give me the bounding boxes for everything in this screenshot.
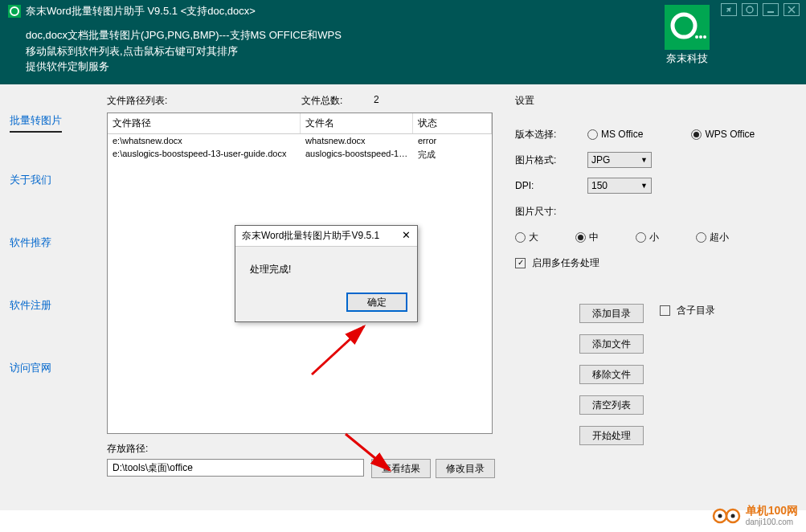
svg-point-13 <box>730 514 734 518</box>
column-name[interactable]: 文件名 <box>301 113 413 133</box>
cell-name: whatsnew.docx <box>301 134 413 147</box>
settings-title: 设置 <box>515 94 790 108</box>
dialog-message: 处理完成! <box>235 247 417 286</box>
svg-point-4 <box>673 14 695 37</box>
file-count-label: 文件总数: <box>301 94 374 108</box>
start-button[interactable]: 开始处理 <box>579 426 644 445</box>
column-path[interactable]: 文件路径 <box>108 113 301 133</box>
svg-point-5 <box>695 35 698 39</box>
completion-dialog: 奈末Word批量转图片助手V9.5.1 ✕ 处理完成! 确定 <box>235 225 418 322</box>
checkbox-multitask[interactable]: ✓启用多任务处理 <box>515 256 599 270</box>
version-label: 版本选择: <box>515 128 587 141</box>
pin-button[interactable] <box>721 3 737 16</box>
sidebar: 批量转图片 关于我们 软件推荐 软件注册 访问官网 <box>0 84 92 510</box>
radio-size-xsmall[interactable]: 超小 <box>696 231 729 244</box>
footer-watermark: 单机100网 danji100.com <box>712 504 798 527</box>
cell-path: e:\auslogics-boostspeed-13-user-guide.do… <box>108 147 301 162</box>
clear-list-button[interactable]: 清空列表 <box>579 395 644 415</box>
chevron-down-icon: ▼ <box>640 156 648 164</box>
sidebar-item-recommend[interactable]: 软件推荐 <box>0 231 92 255</box>
svg-point-6 <box>699 35 702 39</box>
radio-ms-office[interactable]: MS Office <box>587 129 643 140</box>
column-status[interactable]: 状态 <box>413 113 492 133</box>
svg-point-2 <box>747 6 753 13</box>
brand: 奈末科技 <box>665 5 710 66</box>
titlebar: 奈末Word批量转图片助手 V9.5.1 <支持doc,docx> doc,do… <box>0 0 806 84</box>
dpi-label: DPI: <box>515 180 587 191</box>
footer-brand-url: danji100.com <box>746 518 798 527</box>
table-row[interactable]: e:\whatsnew.docx whatsnew.docx error <box>108 134 492 147</box>
footer-logo-icon <box>712 507 741 525</box>
sidebar-item-register[interactable]: 软件注册 <box>0 293 92 317</box>
cell-path: e:\whatsnew.docx <box>108 134 301 147</box>
dpi-select[interactable]: 150▼ <box>587 178 652 194</box>
minimize-button[interactable] <box>763 3 779 16</box>
sidebar-item-website[interactable]: 访问官网 <box>0 356 92 380</box>
file-list-label: 文件路径列表: <box>107 94 301 108</box>
change-dir-button[interactable]: 修改目录 <box>436 459 495 478</box>
radio-wps-office[interactable]: WPS Office <box>691 129 755 140</box>
window-controls <box>721 3 800 16</box>
checkbox-subdir[interactable]: 含子目录 <box>660 304 715 317</box>
svg-point-7 <box>703 35 706 39</box>
add-dir-button[interactable]: 添加目录 <box>579 304 644 323</box>
cell-status: 完成 <box>413 147 492 162</box>
format-select[interactable]: JPG▼ <box>587 152 652 168</box>
settings-panel: 设置 版本选择: MS Office WPS Office 图片格式: JPG▼… <box>502 84 806 510</box>
sidebar-item-convert[interactable]: 批量转图片 <box>10 108 62 133</box>
view-result-button[interactable]: 查看结果 <box>371 459 431 478</box>
footer-brand-name: 单机100网 <box>746 504 798 518</box>
dialog-ok-button[interactable]: 确定 <box>346 293 407 312</box>
brand-logo <box>665 5 710 50</box>
save-path-label: 存放路径: <box>107 442 502 456</box>
remove-file-button[interactable]: 移除文件 <box>579 365 644 384</box>
save-path-input[interactable] <box>107 459 364 477</box>
chevron-down-icon: ▼ <box>640 182 648 190</box>
dialog-title-text: 奈末Word批量转图片助手V9.5.1 <box>242 229 379 243</box>
close-button[interactable] <box>783 3 800 16</box>
brand-name: 奈末科技 <box>665 51 710 66</box>
radio-size-medium[interactable]: 中 <box>575 231 599 244</box>
svg-point-11 <box>718 514 722 518</box>
sidebar-item-about[interactable]: 关于我们 <box>0 168 92 192</box>
radio-size-large[interactable]: 大 <box>515 231 538 244</box>
add-file-button[interactable]: 添加文件 <box>579 334 644 354</box>
file-count-value: 2 <box>374 94 379 108</box>
app-title: 奈末Word批量转图片助手 V9.5.1 <支持doc,docx> <box>26 4 256 18</box>
cell-status: error <box>413 134 492 147</box>
radio-size-small[interactable]: 小 <box>636 231 659 244</box>
tray-button[interactable] <box>742 3 758 16</box>
size-label: 图片尺寸: <box>515 205 587 219</box>
dialog-close-button[interactable]: ✕ <box>402 229 411 243</box>
table-row[interactable]: e:\auslogics-boostspeed-13-user-guide.do… <box>108 147 492 162</box>
format-label: 图片格式: <box>515 153 587 167</box>
cell-name: auslogics-boostspeed-13... <box>301 147 413 162</box>
app-icon <box>8 5 21 18</box>
